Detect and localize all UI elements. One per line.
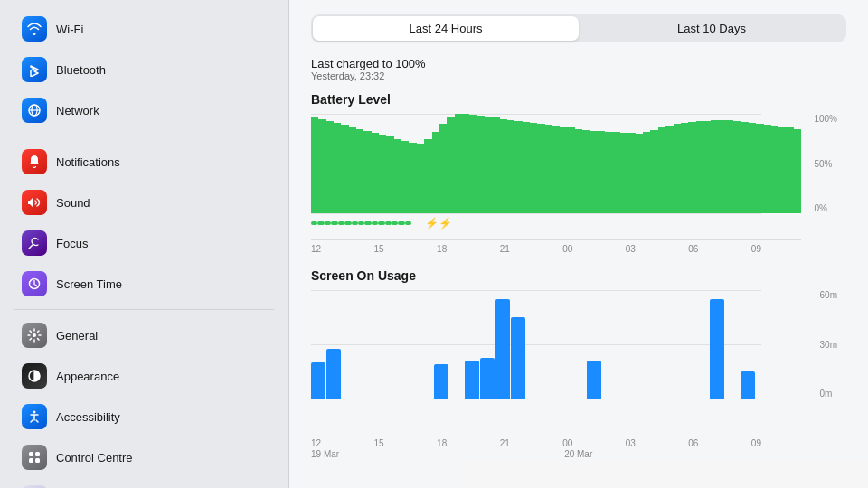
sidebar-item-notifications-label: Notifications <box>56 155 120 169</box>
charging-cell <box>526 215 533 231</box>
last-24-hours-button[interactable]: Last 24 Hours <box>313 16 579 41</box>
sound-icon <box>22 190 47 215</box>
battery-bar <box>363 131 371 213</box>
sidebar-item-controlcentre[interactable]: Control Centre <box>7 437 281 477</box>
battery-bar <box>627 133 635 213</box>
x-label-06: 06 <box>688 244 698 254</box>
sidebar-item-siri[interactable]: Siri & Spotlight <box>7 478 281 488</box>
svg-rect-9 <box>29 458 33 463</box>
sidebar-item-focus[interactable]: Focus <box>7 223 281 263</box>
charging-cell <box>372 215 378 231</box>
svg-point-6 <box>33 411 36 414</box>
charging-cell <box>311 215 317 231</box>
battery-bar <box>552 126 560 213</box>
battery-bar <box>598 131 605 213</box>
charging-cell <box>466 215 472 231</box>
sidebar-item-bluetooth[interactable]: Bluetooth <box>7 50 281 89</box>
last-10-days-button[interactable]: Last 10 Days <box>579 16 844 41</box>
battery-y-labels: 100% 50% 0% <box>814 114 837 213</box>
charging-cell <box>486 215 492 231</box>
sidebar-item-screentime[interactable]: Screen Time <box>7 264 281 304</box>
battery-bar <box>665 126 673 213</box>
sidebar-item-bluetooth-label: Bluetooth <box>56 63 106 77</box>
usage-x-06: 06 <box>688 438 698 448</box>
lightning-bolt: ⚡ <box>439 217 452 230</box>
battery-bar <box>643 132 650 213</box>
sidebar-item-sound[interactable]: Sound <box>7 183 281 222</box>
charging-cell <box>707 215 713 231</box>
charging-cell <box>493 215 499 231</box>
charging-cell: ⚡ <box>425 215 439 231</box>
usage-bar <box>587 361 601 399</box>
main-content: Last 24 Hours Last 10 Days Last charged … <box>289 0 868 488</box>
charging-cell <box>687 215 693 231</box>
battery-bar <box>545 125 552 213</box>
green-indicator <box>331 221 337 225</box>
battery-bar <box>756 124 763 213</box>
battery-x-labels: 12 15 18 21 00 03 06 09 <box>311 244 801 254</box>
time-range-control[interactable]: Last 24 Hours Last 10 Days <box>311 14 846 42</box>
charging-cell <box>620 215 627 231</box>
charging-cell <box>378 215 384 231</box>
battery-bar <box>582 130 590 213</box>
usage-x-15: 15 <box>374 438 384 448</box>
charging-cell <box>693 215 700 231</box>
battery-bar <box>605 132 612 213</box>
charging-cell <box>411 215 418 231</box>
svg-rect-8 <box>35 452 40 456</box>
green-indicator <box>352 221 358 225</box>
sidebar-item-network-label: Network <box>56 104 99 117</box>
battery-bar <box>771 126 778 213</box>
battery-bar <box>462 114 469 213</box>
charging-cell <box>553 215 560 231</box>
green-indicator <box>317 221 324 225</box>
charging-cell <box>627 215 633 231</box>
usage-y-0: 0m <box>820 389 837 399</box>
charging-cell <box>392 215 398 231</box>
battery-bar <box>688 122 695 213</box>
sidebar-item-controlcentre-label: Control Centre <box>56 451 133 465</box>
battery-bar <box>514 121 522 213</box>
battery-bar <box>537 124 544 213</box>
usage-bar <box>311 362 326 399</box>
green-indicator <box>358 221 364 225</box>
sidebar-item-general[interactable]: General <box>7 315 281 355</box>
battery-bar <box>386 136 393 213</box>
battery-bar <box>711 120 718 213</box>
sidebar: Wi-Fi Bluetooth Network <box>0 0 289 488</box>
grid-line-0 <box>311 213 761 214</box>
battery-bar <box>523 122 530 213</box>
battery-level-section: Battery Level 100% 50% 0% <box>311 92 846 254</box>
charging-cell <box>344 215 351 231</box>
battery-bar <box>560 127 567 213</box>
svg-rect-7 <box>29 452 33 456</box>
battery-bar <box>447 117 454 213</box>
wifi-icon <box>22 16 47 42</box>
usage-x-12: 12 <box>311 438 321 448</box>
lightning-bolt: ⚡ <box>425 217 439 230</box>
battery-bar <box>455 114 462 213</box>
battery-bar <box>349 127 356 213</box>
battery-bar <box>432 132 439 213</box>
battery-bar <box>326 121 334 213</box>
controlcentre-icon <box>22 445 47 470</box>
charging-cell <box>479 215 486 231</box>
sidebar-item-network[interactable]: Network <box>7 90 281 130</box>
battery-bar <box>439 124 447 213</box>
sidebar-item-wifi-label: Wi-Fi <box>56 23 83 36</box>
sidebar-item-wifi[interactable]: Wi-Fi <box>7 9 281 49</box>
charging-cell <box>573 215 580 231</box>
sidebar-item-notifications[interactable]: Notifications <box>7 142 281 182</box>
battery-y-0: 0% <box>814 203 837 213</box>
battery-bar <box>794 129 801 214</box>
charging-cell <box>331 215 337 231</box>
charging-cell <box>674 215 680 231</box>
sidebar-item-accessibility[interactable]: Accessibility <box>7 397 281 436</box>
charging-cell <box>580 215 586 231</box>
usage-bar <box>465 361 479 399</box>
sidebar-item-appearance[interactable]: Appearance <box>7 356 281 396</box>
divider-1 <box>14 136 274 136</box>
sidebar-item-general-label: General <box>56 329 98 343</box>
screen-usage-chart: 60m 30m 0m <box>311 290 801 435</box>
charging-cell <box>593 215 599 231</box>
